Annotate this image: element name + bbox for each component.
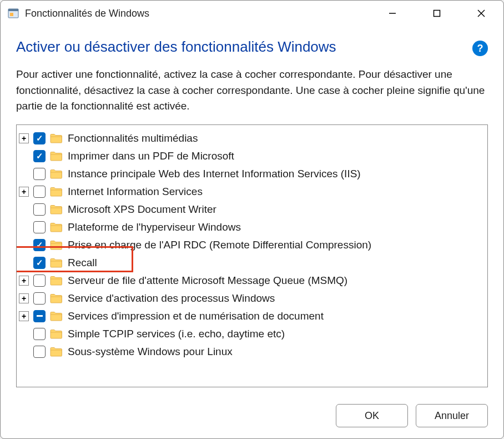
dialog-buttons: OK Annuler — [1, 394, 503, 438]
feature-label: Internet Information Services — [68, 186, 203, 198]
folder-icon — [50, 222, 62, 232]
feature-checkbox[interactable] — [33, 346, 46, 358]
features-scroll[interactable]: +Fonctionnalités multimédiasImprimer dan… — [17, 127, 483, 385]
feature-row[interactable]: Imprimer dans un PDF de Microsoft — [19, 147, 481, 165]
folder-icon — [50, 347, 62, 357]
folder-icon — [50, 293, 62, 303]
feature-label: Fonctionnalités multimédias — [68, 132, 198, 144]
feature-label: Sous-système Windows pour Linux — [68, 346, 233, 358]
feature-label: Recall — [68, 257, 97, 269]
feature-label: Instance principale Web des Internet Inf… — [68, 168, 361, 180]
feature-checkbox[interactable] — [33, 328, 46, 340]
feature-checkbox[interactable] — [33, 221, 46, 233]
windows-features-dialog: Fonctionnalités de Windows Activer ou dé… — [0, 0, 504, 439]
feature-label: Microsoft XPS Document Writer — [68, 203, 216, 216]
minimize-button[interactable] — [381, 2, 404, 24]
feature-checkbox[interactable] — [33, 132, 46, 144]
feature-row[interactable]: +Fonctionnalités multimédias — [19, 129, 481, 147]
feature-row[interactable]: +Internet Information Services — [19, 183, 481, 201]
feature-row[interactable]: +Services d'impression et de numérisatio… — [19, 307, 481, 325]
feature-checkbox[interactable] — [33, 150, 46, 162]
folder-icon — [50, 276, 62, 286]
folder-icon — [50, 133, 62, 143]
svg-rect-1 — [8, 9, 18, 11]
help-icon[interactable]: ? — [472, 41, 488, 56]
expand-toggle-icon[interactable]: + — [19, 187, 29, 197]
titlebar: Fonctionnalités de Windows — [1, 1, 503, 26]
folder-icon — [50, 187, 62, 197]
page-heading: Activer ou désactiver des fonctionnalité… — [16, 38, 463, 56]
expand-toggle-icon[interactable]: + — [19, 276, 29, 286]
maximize-button[interactable] — [426, 2, 448, 24]
feature-row[interactable]: +Service d'activation des processus Wind… — [19, 290, 481, 307]
description-text: Pour activer une fonctionnalité, activez… — [16, 67, 488, 114]
feature-label: Imprimer dans un PDF de Microsoft — [68, 150, 234, 162]
folder-icon — [50, 240, 62, 250]
feature-checkbox[interactable] — [33, 203, 46, 216]
folder-icon — [50, 169, 62, 179]
expand-toggle-icon[interactable]: + — [19, 311, 29, 321]
feature-label: Services d'impression et de numérisation… — [68, 310, 324, 322]
feature-checkbox[interactable] — [33, 292, 46, 305]
content-area: Activer ou désactiver des fonctionnalité… — [1, 26, 503, 394]
features-tree: +Fonctionnalités multimédiasImprimer dan… — [16, 124, 488, 388]
feature-row[interactable]: +Serveur de file d'attente Microsoft Mes… — [19, 272, 481, 290]
feature-label: Plateforme de l'hyperviseur Windows — [68, 221, 241, 233]
feature-row[interactable]: Recall — [19, 254, 481, 272]
folder-icon — [50, 329, 62, 339]
cancel-button[interactable]: Annuler — [416, 404, 488, 427]
feature-row[interactable]: Sous-système Windows pour Linux — [19, 343, 481, 361]
close-button[interactable] — [470, 2, 492, 24]
feature-label: Simple TCPIP services (i.e. echo, daytim… — [68, 328, 285, 340]
feature-label: Service d'activation des processus Windo… — [68, 292, 275, 305]
feature-checkbox[interactable] — [33, 239, 46, 251]
svg-rect-2 — [10, 13, 13, 16]
feature-checkbox[interactable] — [33, 186, 46, 198]
window-controls — [381, 2, 492, 24]
feature-row[interactable]: Prise en charge de l'API RDC (Remote Dif… — [19, 236, 481, 254]
expand-toggle-icon[interactable]: + — [19, 133, 29, 143]
feature-checkbox[interactable] — [33, 168, 46, 180]
feature-checkbox[interactable] — [33, 310, 46, 322]
folder-icon — [50, 151, 62, 161]
folder-icon — [50, 258, 62, 268]
svg-rect-4 — [434, 11, 440, 17]
window-title: Fonctionnalités de Windows — [25, 8, 381, 19]
feature-checkbox[interactable] — [33, 257, 46, 269]
feature-label: Prise en charge de l'API RDC (Remote Dif… — [68, 239, 371, 251]
feature-row[interactable]: Instance principale Web des Internet Inf… — [19, 165, 481, 183]
ok-button[interactable]: OK — [336, 404, 408, 427]
app-icon — [7, 7, 19, 19]
feature-row[interactable]: Simple TCPIP services (i.e. echo, daytim… — [19, 325, 481, 343]
feature-row[interactable]: Plateforme de l'hyperviseur Windows — [19, 218, 481, 236]
folder-icon — [50, 204, 62, 214]
feature-checkbox[interactable] — [33, 275, 46, 287]
feature-label: Serveur de file d'attente Microsoft Mess… — [68, 275, 347, 287]
feature-row[interactable]: Microsoft XPS Document Writer — [19, 201, 481, 218]
expand-toggle-icon[interactable]: + — [19, 293, 29, 303]
folder-icon — [50, 311, 62, 321]
